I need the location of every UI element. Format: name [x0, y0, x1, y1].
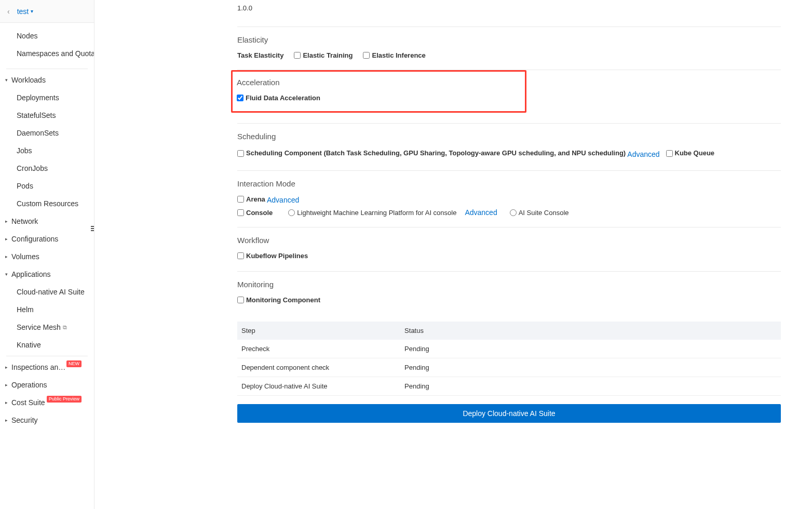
- caret-right-icon: ▸: [5, 254, 8, 259]
- caret-right-icon: ▸: [5, 219, 8, 224]
- td-step: Dependent component check: [237, 358, 400, 377]
- arena-label[interactable]: Arena: [246, 195, 265, 203]
- elastic-training-label[interactable]: Elastic Training: [303, 51, 353, 59]
- svg-rect-0: [91, 226, 94, 227]
- group-label: Workloads: [11, 76, 46, 84]
- divider: [6, 356, 88, 356]
- task-elasticity-label: Task Elasticity: [237, 51, 283, 59]
- kubeflow-label[interactable]: Kubeflow Pipelines: [246, 252, 308, 260]
- ai-suite-label[interactable]: AI Suite Console: [519, 209, 569, 217]
- elastic-inference-label[interactable]: Elastic Inference: [372, 51, 425, 59]
- group-label: Operations: [11, 381, 47, 389]
- sidebar-group-workloads[interactable]: ▾ Workloads: [0, 71, 94, 89]
- item-label: Service Mesh: [17, 323, 61, 331]
- console-label[interactable]: Console: [246, 209, 273, 217]
- sidebar-group-cost-suite[interactable]: ▸ Cost Suite Public Preview: [0, 394, 94, 411]
- sidebar-item-service-mesh[interactable]: Service Mesh ⧉: [0, 318, 94, 336]
- section-title: Acceleration: [237, 78, 521, 87]
- console-checkbox[interactable]: [237, 209, 244, 216]
- sidebar-group-volumes[interactable]: ▸ Volumes: [0, 248, 94, 265]
- sidebar-item-cloud-native-ai[interactable]: Cloud-native AI Suite: [0, 283, 94, 301]
- monitoring-label[interactable]: Monitoring Component: [246, 296, 320, 304]
- acceleration-highlight: Acceleration Fluid Data Acceleration: [231, 70, 526, 113]
- sidebar-item-daemonsets[interactable]: DaemonSets: [0, 124, 94, 142]
- section-title: Elasticity: [237, 35, 781, 44]
- monitoring-checkbox[interactable]: [237, 297, 244, 303]
- group-label: Configurations: [11, 235, 58, 243]
- section-title: Workflow: [237, 236, 781, 245]
- back-icon[interactable]: ‹: [7, 7, 10, 16]
- section-scheduling: Scheduling Scheduling Component (Batch T…: [237, 124, 781, 171]
- svg-rect-2: [91, 230, 94, 231]
- ai-suite-radio[interactable]: [510, 209, 517, 216]
- external-link-icon: ⧉: [63, 324, 67, 331]
- caret-down-icon: ▾: [31, 8, 33, 14]
- elastic-inference-checkbox[interactable]: [363, 52, 370, 59]
- elastic-training-checkbox[interactable]: [294, 52, 301, 59]
- scheduling-advanced-link[interactable]: Advanced: [627, 150, 659, 158]
- section-elasticity: Elasticity Task Elasticity Elastic Train…: [237, 27, 781, 70]
- section-version: 1.0.0: [237, 0, 781, 27]
- caret-down-icon: ▾: [5, 77, 8, 83]
- sidebar-header: ‹ test ▾: [0, 0, 94, 23]
- version-text: 1.0.0: [237, 4, 781, 16]
- td-status: Pending: [400, 340, 781, 358]
- section-acceleration: Acceleration Fluid Data Acceleration: [237, 70, 781, 124]
- sidebar-item-helm[interactable]: Helm: [0, 301, 94, 318]
- deploy-button[interactable]: Deploy Cloud-native AI Suite: [237, 404, 781, 423]
- sidebar-item-custom-resources[interactable]: Custom Resources: [0, 195, 94, 212]
- sidebar-item-deployments[interactable]: Deployments: [0, 89, 94, 106]
- sidebar-item-knative[interactable]: Knative: [0, 336, 94, 354]
- table-row: PrecheckPending: [237, 340, 781, 358]
- sidebar-group-configurations[interactable]: ▸ Configurations: [0, 230, 94, 248]
- caret-right-icon: ▸: [5, 400, 8, 405]
- group-label: Network: [11, 217, 38, 225]
- scheduling-component-checkbox[interactable]: [237, 150, 244, 157]
- sidebar-group-applications[interactable]: ▾ Applications: [0, 265, 94, 283]
- sidebar-section-top: Nodes Namespaces and Quotas: [0, 23, 94, 66]
- section-workflow: Workflow Kubeflow Pipelines: [237, 227, 781, 272]
- sidebar-group-inspections[interactable]: ▸ Inspections and Diagnosis NEW: [0, 358, 94, 376]
- sidebar-group-security[interactable]: ▸ Security: [0, 411, 94, 429]
- group-label: Volumes: [11, 252, 39, 261]
- collapse-sidebar-icon[interactable]: [89, 223, 94, 234]
- sidebar-item-nodes[interactable]: Nodes: [0, 27, 94, 45]
- sidebar-item-cronjobs[interactable]: CronJobs: [0, 159, 94, 177]
- sidebar-item-jobs[interactable]: Jobs: [0, 142, 94, 159]
- group-label: Inspections and Diagnosis: [11, 363, 69, 371]
- arena-advanced-link[interactable]: Advanced: [267, 196, 299, 204]
- elasticity-row: Task Elasticity Elastic Training Elastic…: [237, 51, 781, 59]
- sidebar-item-pods[interactable]: Pods: [0, 177, 94, 195]
- td-step: Precheck: [237, 340, 400, 358]
- caret-right-icon: ▸: [5, 365, 8, 370]
- kubeflow-checkbox[interactable]: [237, 252, 244, 259]
- td-step: Deploy Cloud-native AI Suite: [237, 377, 400, 396]
- section-title: Monitoring: [237, 280, 781, 289]
- fluid-acceleration-checkbox[interactable]: [237, 95, 243, 101]
- lightweight-radio[interactable]: [288, 209, 295, 216]
- group-label: Cost Suite: [11, 398, 45, 407]
- section-title: Interaction Mode: [237, 179, 781, 188]
- sidebar-item-namespaces[interactable]: Namespaces and Quotas: [0, 45, 94, 62]
- fluid-acceleration-label[interactable]: Fluid Data Acceleration: [246, 94, 320, 102]
- cluster-selector[interactable]: test ▾: [17, 7, 34, 16]
- svg-rect-1: [91, 228, 94, 229]
- scheduling-component-label[interactable]: Scheduling Component (Batch Task Schedul…: [246, 148, 626, 159]
- kube-queue-checkbox[interactable]: [666, 150, 673, 157]
- sidebar-item-statefulsets[interactable]: StatefulSets: [0, 106, 94, 124]
- main-content: 1.0.0 Elasticity Task Elasticity Elastic…: [94, 0, 812, 509]
- lightweight-advanced-link[interactable]: Advanced: [465, 208, 497, 217]
- lightweight-label[interactable]: Lightweight Machine Learning Platform fo…: [297, 209, 456, 217]
- kube-queue-label[interactable]: Kube Queue: [675, 148, 715, 159]
- table-row: Deploy Cloud-native AI SuitePending: [237, 377, 781, 396]
- arena-checkbox[interactable]: [237, 196, 244, 203]
- table-row: Dependent component checkPending: [237, 358, 781, 377]
- sidebar-group-network[interactable]: ▸ Network: [0, 212, 94, 230]
- td-status: Pending: [400, 358, 781, 377]
- th-step: Step: [237, 322, 400, 340]
- section-monitoring: Monitoring Monitoring Component: [237, 272, 781, 315]
- group-label: Security: [11, 416, 38, 424]
- new-badge: NEW: [66, 360, 82, 367]
- status-table: Step Status PrecheckPendingDependent com…: [237, 322, 781, 396]
- sidebar-group-operations[interactable]: ▸ Operations: [0, 376, 94, 394]
